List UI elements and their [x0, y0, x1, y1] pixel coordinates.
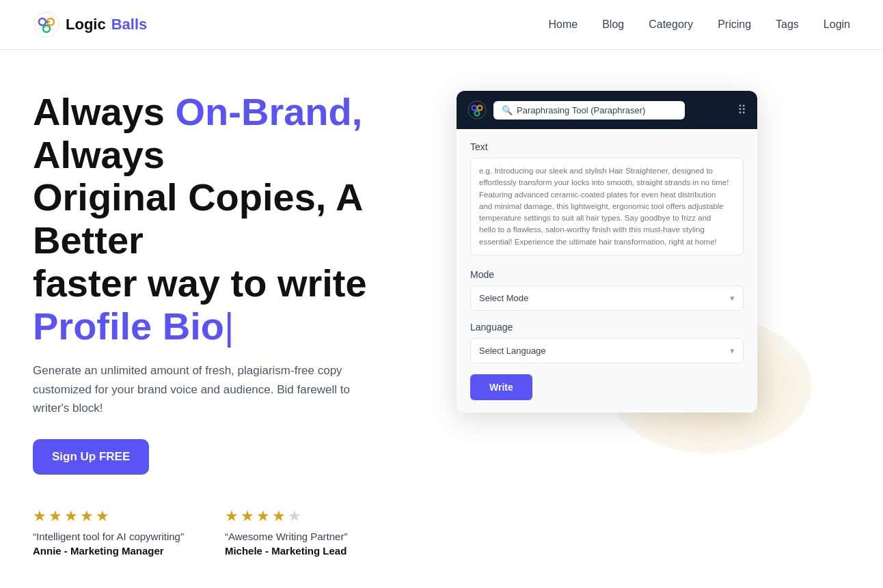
star-1: ★ [225, 507, 239, 525]
star-2: ★ [49, 507, 62, 525]
review-2-stars: ★ ★ ★ ★ ★ [225, 507, 348, 525]
review-2-author: Michele - Marketing Lead [225, 545, 348, 557]
star-1: ★ [33, 507, 46, 525]
nav-blog[interactable]: Blog [602, 18, 624, 31]
review-1-quote: “Intelligent tool for AI copywriting” [33, 531, 184, 542]
tool-search-text: Paraphrasing Tool (Paraphraser) [517, 105, 645, 115]
hero-line1-accent: On-Brand, [176, 90, 363, 133]
text-field-section: Text [470, 141, 744, 269]
main-content: Always On-Brand, Always Original Copies,… [0, 50, 883, 584]
svg-point-10 [475, 111, 480, 116]
tool-header: 🔍 Paraphrasing Tool (Paraphraser) ⠿ [457, 91, 757, 129]
text-input[interactable] [470, 158, 744, 255]
language-label: Language [470, 322, 744, 333]
star-5-empty: ★ [288, 507, 301, 525]
star-3: ★ [64, 507, 78, 525]
tool-mockup: 🔍 Paraphrasing Tool (Paraphraser) ⠿ Text… [457, 91, 771, 412]
nav-pricing[interactable]: Pricing [718, 18, 751, 31]
svg-point-1 [39, 18, 46, 25]
hero-title: Always On-Brand, Always Original Copies,… [33, 91, 429, 348]
star-4: ★ [272, 507, 286, 525]
nav-tags[interactable]: Tags [776, 18, 799, 31]
hero-line4: Profile Bio [33, 305, 224, 348]
review-1: ★ ★ ★ ★ ★ “Intelligent tool for AI copyw… [33, 507, 184, 557]
main-nav: Home Blog Category Pricing Tags Login [549, 18, 851, 31]
svg-point-8 [472, 106, 477, 111]
review-2: ★ ★ ★ ★ ★ “Awesome Writing Partner” Mich… [225, 507, 348, 557]
language-chevron-icon: ▾ [730, 346, 735, 356]
hero-section: Always On-Brand, Always Original Copies,… [33, 91, 429, 557]
review-2-quote: “Awesome Writing Partner” [225, 531, 348, 542]
review-1-stars: ★ ★ ★ ★ ★ [33, 507, 184, 525]
nav-login[interactable]: Login [824, 18, 850, 31]
star-4: ★ [80, 507, 94, 525]
star-2: ★ [241, 507, 254, 525]
hero-line1-end: Always [33, 133, 165, 176]
svg-point-9 [478, 106, 483, 111]
tool-header-left: 🔍 Paraphrasing Tool (Paraphraser) [467, 100, 685, 120]
language-section: Language Select Language ▾ [470, 322, 744, 363]
tool-body: Text Mode Select Mode ▾ Language Selec [457, 129, 757, 412]
mode-chevron-icon: ▾ [730, 293, 735, 303]
nav-home[interactable]: Home [549, 18, 578, 31]
grid-icon[interactable]: ⠿ [737, 102, 746, 117]
text-label: Text [470, 141, 744, 152]
mode-select-value: Select Mode [479, 293, 528, 303]
language-select-value: Select Language [479, 346, 546, 356]
hero-line1-start: Always [33, 90, 176, 133]
mode-section: Mode Select Mode ▾ [470, 269, 744, 311]
tool-card: 🔍 Paraphrasing Tool (Paraphraser) ⠿ Text… [457, 91, 757, 412]
mode-label: Mode [470, 269, 744, 280]
reviews-section: ★ ★ ★ ★ ★ “Intelligent tool for AI copyw… [33, 507, 429, 557]
hero-subtitle: Generate an unlimited amount of fresh, p… [33, 361, 375, 417]
star-3: ★ [256, 507, 270, 525]
review-1-author: Annie - Marketing Manager [33, 545, 184, 557]
logo-text-logic: Logic [66, 16, 106, 33]
mode-select[interactable]: Select Mode ▾ [470, 285, 744, 311]
signup-button[interactable]: Sign Up FREE [33, 439, 149, 475]
search-icon: 🔍 [502, 105, 513, 115]
hero-line3: faster way to write [33, 262, 367, 305]
logo-icon [33, 11, 60, 38]
write-button[interactable]: Write [470, 374, 532, 400]
cursor: | [224, 305, 234, 348]
star-5: ★ [96, 507, 109, 525]
logo[interactable]: LogicBalls [33, 11, 147, 38]
header: LogicBalls Home Blog Category Pricing Ta… [0, 0, 883, 50]
logo-text-balls: Balls [111, 16, 148, 33]
nav-category[interactable]: Category [649, 18, 693, 31]
hero-line2: Original Copies, A Better [33, 176, 362, 262]
tool-logo-icon [467, 100, 487, 120]
tool-search-bar[interactable]: 🔍 Paraphrasing Tool (Paraphraser) [493, 101, 685, 120]
language-select[interactable]: Select Language ▾ [470, 338, 744, 363]
